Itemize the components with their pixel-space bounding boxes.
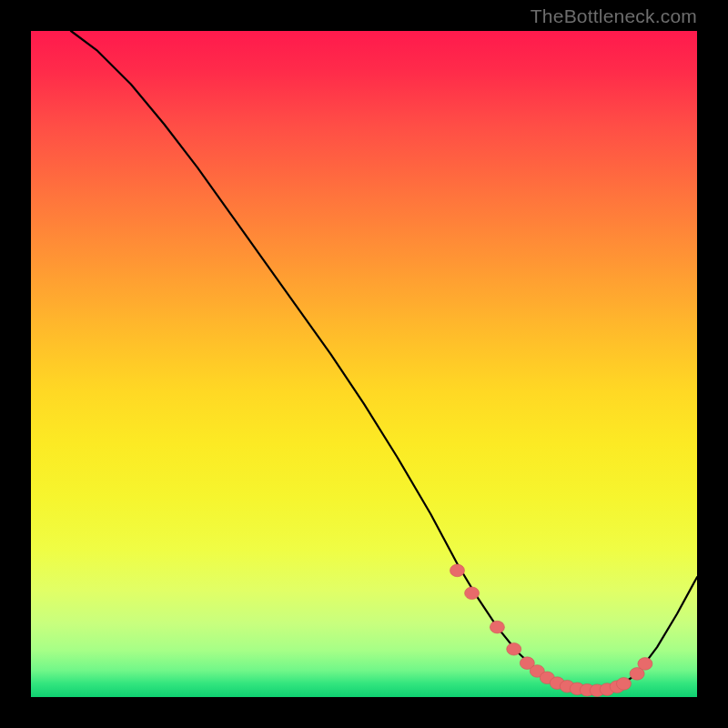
watermark-text: TheBottleneck.com — [531, 5, 697, 27]
marker-dot — [507, 643, 521, 656]
marker-dot — [616, 678, 631, 691]
marker-dot — [638, 658, 652, 671]
marker-dot — [465, 587, 480, 600]
chart-overlay-svg — [31, 31, 697, 697]
marker-dot — [490, 621, 504, 633]
bottleneck-curve — [71, 31, 697, 691]
chart-frame: TheBottleneck.com — [0, 0, 728, 728]
marker-dot-group — [450, 564, 652, 696]
marker-dot — [450, 564, 464, 577]
